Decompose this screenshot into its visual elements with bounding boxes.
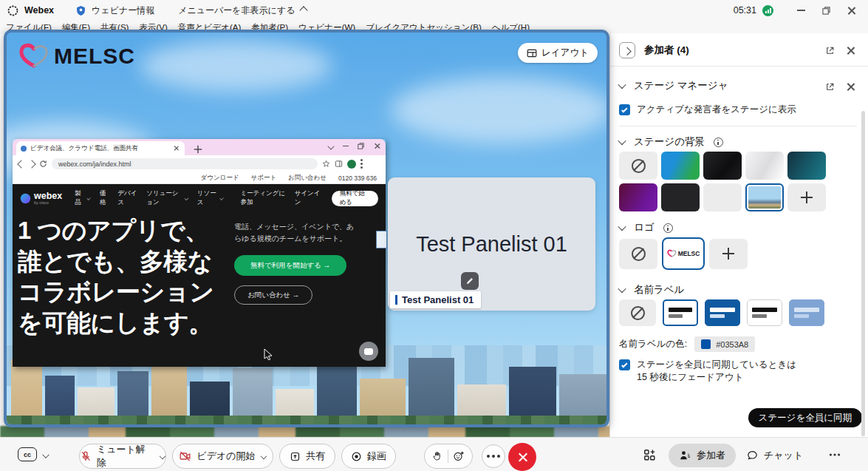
show-active-speaker-checkbox[interactable] <box>619 104 630 115</box>
browser-kebab-icon[interactable] <box>360 163 363 165</box>
layout-button-label: レイアウト <box>541 47 589 59</box>
bg-option-light[interactable] <box>745 152 784 180</box>
layout-button[interactable]: レイアウト <box>518 43 598 63</box>
start-video-button[interactable]: ビデオの開始 <box>172 444 273 469</box>
panelist-video-tile[interactable]: Test Panelist 01 <box>388 177 595 311</box>
collapse-section-icon[interactable] <box>618 81 626 89</box>
contact-button[interactable]: お問い合わせ → <box>234 285 312 305</box>
bookmark-star-icon[interactable] <box>322 160 330 168</box>
nav-resources[interactable]: リソース <box>197 189 225 207</box>
chat-widget-icon[interactable] <box>359 342 378 361</box>
chevron-down-icon[interactable] <box>160 453 165 459</box>
apps-icon[interactable] <box>643 448 657 462</box>
bg-option-black[interactable] <box>661 183 700 211</box>
edit-label-button[interactable] <box>461 272 479 290</box>
browser-minimize-icon[interactable] <box>343 146 349 147</box>
popout-icon[interactable] <box>825 82 835 92</box>
link-contact[interactable]: お問い合わせ <box>288 174 327 183</box>
toolbar-more-icon[interactable] <box>833 453 835 455</box>
label-option-none[interactable] <box>619 299 656 326</box>
collapse-name-label-icon[interactable] <box>618 285 626 293</box>
bg-option-teal[interactable] <box>787 152 826 180</box>
browser-tab[interactable]: ビデオ会議、クラウド電話、画面共有 <box>16 141 185 155</box>
restore-button[interactable] <box>816 3 835 18</box>
forward-icon[interactable] <box>27 160 35 168</box>
shared-screen-browser: ビデオ会議、クラウド電話、画面共有 webex.com/ja/index.htm… <box>13 139 386 367</box>
nav-pricing[interactable]: 価格 <box>100 189 110 207</box>
collapse-logo-icon[interactable] <box>618 223 626 231</box>
collapse-panel-button[interactable] <box>619 42 635 58</box>
nav-signin[interactable]: サインイン <box>295 189 321 207</box>
reload-icon[interactable] <box>39 160 47 168</box>
captions-button[interactable]: cc <box>18 447 49 461</box>
free-start-button[interactable]: 無料で始める <box>332 191 378 206</box>
bg-option-none[interactable] <box>619 152 657 180</box>
nav-solutions[interactable]: ソリューション <box>146 189 189 207</box>
bg-option-blue-green[interactable] <box>661 152 700 180</box>
link-support[interactable]: サポート <box>251 174 277 183</box>
browser-restore-icon[interactable] <box>358 143 364 149</box>
close-section-icon[interactable] <box>847 83 855 91</box>
new-tab-button[interactable] <box>194 146 202 153</box>
stage-background-title: ステージの背景 <box>634 135 705 149</box>
more-options-button[interactable] <box>482 444 505 468</box>
stage-resize-handle[interactable] <box>376 231 387 248</box>
background-info-icon[interactable] <box>714 138 723 147</box>
chat-toggle-button[interactable]: チャット <box>746 444 803 467</box>
bg-option-gray[interactable] <box>703 183 742 211</box>
cloud <box>391 77 609 143</box>
collapse-background-icon[interactable] <box>618 137 626 145</box>
logo-option-none[interactable] <box>619 239 657 269</box>
chevron-down-icon[interactable] <box>260 453 266 459</box>
bg-option-city-selected[interactable] <box>745 183 784 211</box>
share-button[interactable]: 共有 <box>279 444 335 469</box>
label-option-lightblue[interactable] <box>789 299 824 326</box>
meeting-toolbar: cc ミュート解除 ビデオの開始 共有 録画 参加者 チャット <box>0 437 868 471</box>
unmute-button[interactable]: ミュート解除 <box>79 444 166 469</box>
name-label-text: Test Panelist 01 <box>402 294 474 305</box>
leave-meeting-button[interactable] <box>508 443 536 471</box>
share-label: 共有 <box>306 450 325 463</box>
sync-fadeout-checkbox[interactable] <box>619 359 630 370</box>
panel-scrollbar[interactable] <box>861 111 865 436</box>
nav-join-meeting[interactable]: ミーティングに参加 <box>240 189 286 207</box>
hide-menubar-button[interactable]: メニューバーを非表示にする <box>178 4 295 17</box>
sync-stage-button[interactable]: ステージを全員に同期 <box>748 408 862 427</box>
tab-close-icon[interactable] <box>174 146 179 151</box>
bg-option-add[interactable] <box>787 183 826 211</box>
panelist-display-name: Test Panelist 01 <box>416 232 567 257</box>
record-button[interactable]: 録画 <box>341 444 396 469</box>
minimize-button[interactable] <box>791 3 810 18</box>
bg-option-dark-wave[interactable] <box>703 152 742 180</box>
logo-info-icon[interactable] <box>663 223 673 233</box>
browser-avatar[interactable] <box>347 160 356 169</box>
label-color-picker[interactable]: #0353A8 <box>694 336 755 352</box>
site-logo[interactable]: webexby cisco <box>20 192 62 205</box>
back-icon[interactable] <box>17 160 25 168</box>
chevron-up-icon[interactable] <box>300 6 308 14</box>
connection-quality-icon[interactable] <box>762 5 773 16</box>
close-panel-icon[interactable] <box>847 47 855 55</box>
participants-toggle-button[interactable]: 参加者 <box>669 444 736 467</box>
browser-close-icon[interactable] <box>375 143 380 149</box>
url-field[interactable]: webex.com/ja/index.html <box>52 158 318 169</box>
sidebar-icon[interactable] <box>335 160 343 168</box>
label-option-white[interactable] <box>747 299 782 326</box>
nav-products[interactable]: 製品 <box>75 189 91 207</box>
logo-option-melsc-selected[interactable]: MELSC <box>662 237 705 270</box>
stage-brand-logo: MELSC <box>18 43 135 70</box>
nav-devices[interactable]: デバイス <box>117 189 138 207</box>
reactions-button[interactable] <box>424 444 473 469</box>
label-option-blue[interactable] <box>705 299 740 326</box>
bg-option-purple[interactable] <box>619 183 657 211</box>
start-free-button[interactable]: 無料で利用を開始する → <box>234 255 346 276</box>
label-option-accent-selected[interactable] <box>663 299 698 326</box>
close-window-button[interactable] <box>841 3 861 18</box>
link-download[interactable]: ダウンロード <box>201 174 239 183</box>
browser-addressbar: webex.com/ja/index.html <box>13 155 386 172</box>
browser-menu-chevron-icon[interactable] <box>327 143 334 149</box>
webinar-info-button[interactable]: ウェビナー情報 <box>92 4 154 17</box>
logo-option-add[interactable] <box>709 239 748 269</box>
link-phone[interactable]: 0120 339 636 <box>338 174 377 182</box>
popout-icon[interactable] <box>825 46 835 55</box>
